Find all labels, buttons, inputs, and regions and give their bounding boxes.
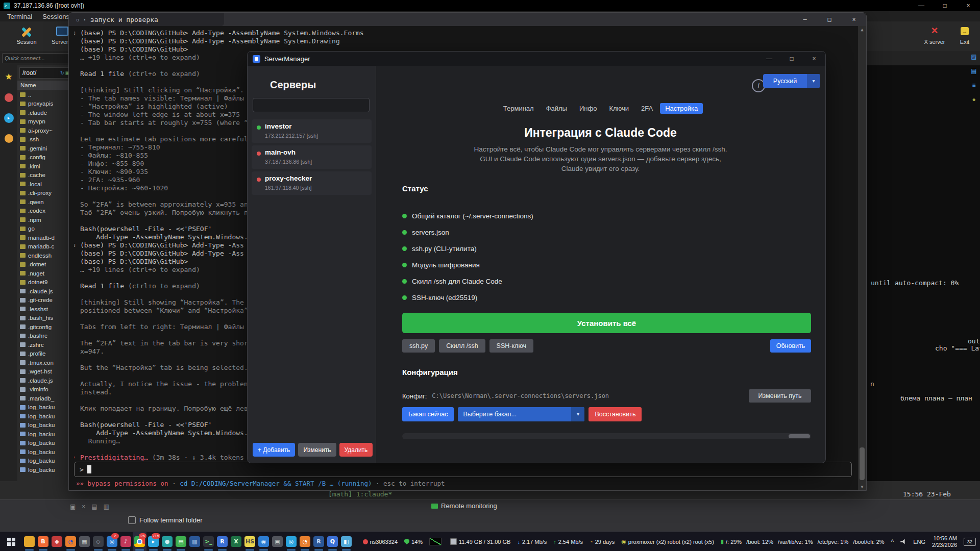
scroll-down-icon[interactable]: ▼	[858, 484, 866, 489]
telegram-icon[interactable]: ▸	[4, 113, 14, 123]
path-refresh-icon[interactable]: ↻	[59, 68, 65, 78]
scrollbar-thumb[interactable]	[860, 447, 865, 480]
tray-item[interactable]	[429, 538, 444, 545]
right-tool-icon[interactable]: ▨	[971, 53, 976, 60]
file-item[interactable]: .local	[17, 180, 74, 189]
file-item[interactable]: .viminfo	[17, 385, 74, 394]
scrollbar-thumb[interactable]	[789, 434, 810, 438]
tray-expand-chevron[interactable]: ^	[891, 538, 894, 545]
taskbar-app[interactable]: ◉	[257, 532, 271, 551]
file-item[interactable]: log_backu	[17, 430, 74, 439]
tray-item[interactable]: 11.49 GB / 31.00 GB	[450, 538, 510, 545]
file-item[interactable]: .zshrc	[17, 340, 74, 349]
file-item[interactable]: .codex	[17, 207, 74, 216]
checkbox-icon[interactable]	[128, 516, 136, 524]
close-button[interactable]: ×	[957, 0, 980, 11]
backup-select[interactable]: Выберите бэкап... ▾	[458, 407, 584, 421]
close-button[interactable]: ×	[803, 52, 825, 66]
component-install-button[interactable]: SSH-ключ	[489, 339, 533, 353]
taskbar-app[interactable]: ◎ 2	[105, 532, 119, 551]
server-search-input[interactable]	[253, 98, 370, 112]
follow-terminal-folder[interactable]: Follow terminal folder	[128, 516, 203, 524]
taskbar-app[interactable]: B	[36, 532, 50, 551]
remote-monitoring-button[interactable]: Remote monitoring	[431, 502, 497, 510]
install-all-button[interactable]: Установить всё	[402, 313, 811, 333]
taskbar-app[interactable]: Q	[326, 532, 339, 551]
file-item[interactable]: .mariadb_	[17, 394, 74, 403]
menu-item[interactable]: Terminal	[2, 12, 37, 21]
add-server-button[interactable]: + Добавить	[253, 443, 295, 457]
start-button[interactable]	[0, 532, 22, 551]
file-item[interactable]: log_backu	[17, 447, 74, 457]
file-item[interactable]: .claude	[17, 108, 74, 117]
bottom-bar-icon[interactable]: ▣	[70, 503, 76, 510]
file-item[interactable]: log_backu	[17, 439, 74, 448]
file-item[interactable]: .bashrc	[17, 332, 74, 341]
file-item[interactable]: .gitconfig	[17, 322, 74, 332]
claude-prompt-input[interactable]: >	[74, 462, 852, 477]
horizontal-scrollbar[interactable]	[402, 433, 811, 439]
file-item[interactable]: .dotnet	[17, 260, 74, 269]
tray-item[interactable]: ◔ 29 days	[590, 539, 615, 545]
scroll-up-icon[interactable]: ▲	[858, 27, 866, 32]
tray-item[interactable]: ns3063324	[363, 539, 398, 545]
tray-item[interactable]: 14%	[404, 539, 423, 545]
file-item[interactable]: .tmux.con	[17, 358, 74, 367]
taskbar-app[interactable]: ◧	[339, 532, 353, 551]
file-item[interactable]: .cli-proxy	[17, 189, 74, 198]
keyboard-language[interactable]: ENG	[913, 539, 925, 545]
taskbar-app[interactable]: ▤	[174, 532, 188, 551]
file-item[interactable]: .config	[17, 153, 74, 162]
file-item[interactable]: log_backu	[17, 465, 74, 474]
file-item[interactable]: .npm	[17, 215, 74, 224]
maximize-button[interactable]: □	[933, 0, 957, 11]
taskbar-app[interactable]: ◎	[284, 532, 298, 551]
sessions-tool-icon[interactable]	[5, 93, 13, 102]
taskbar-app[interactable]: HS	[243, 532, 257, 551]
file-item[interactable]: .wget-hst	[17, 367, 74, 377]
file-item[interactable]: .kimi	[17, 162, 74, 171]
taskbar-app[interactable]: ▸ 715	[146, 532, 160, 551]
file-item[interactable]: ai-proxy~	[17, 126, 74, 135]
file-item[interactable]: myvpn	[17, 117, 74, 127]
bottom-bar-icon[interactable]: ▥	[104, 503, 109, 510]
minimize-button[interactable]: —	[758, 52, 780, 66]
tray-item[interactable]: ▮ /: 29% /boot: 12% /var/lib/vz: 1% /etc…	[721, 538, 885, 545]
maximize-button[interactable]: □	[817, 13, 842, 26]
file-column-header[interactable]: Name	[17, 81, 74, 90]
file-item[interactable]: .cache	[17, 171, 74, 180]
file-item[interactable]: .claude.js	[17, 376, 74, 385]
file-item[interactable]: .ssh	[17, 135, 74, 144]
taskbar-app[interactable]: ▣	[271, 532, 284, 551]
taskbar-app[interactable]: R	[215, 532, 229, 551]
notification-center-button[interactable]: 32	[964, 538, 976, 546]
server-list-item[interactable]: main-ovh 37.187.136.86 [ssh]	[252, 145, 372, 169]
taskbar-app[interactable]: ▦	[78, 532, 91, 551]
taskbar-app[interactable]: ●	[160, 532, 174, 551]
favorites-star-icon[interactable]: ★	[5, 71, 12, 82]
terminal-tab[interactable]: ▫ · запуск и проверка	[69, 13, 224, 26]
taskbar-clock[interactable]: 10:56 AM 2/23/2026	[932, 535, 957, 548]
close-button[interactable]: ×	[842, 13, 866, 26]
file-item[interactable]: .qwen	[17, 197, 74, 207]
exit-button[interactable]: → Exit	[953, 23, 976, 45]
tools-orb-icon[interactable]	[5, 134, 13, 143]
file-item[interactable]: go	[17, 224, 74, 234]
path-bar[interactable]: /root/ ↻ ▣	[19, 67, 71, 79]
right-tool-icon[interactable]: ▤	[971, 67, 976, 74]
bottom-bar-icon[interactable]: ×	[82, 503, 85, 510]
file-item[interactable]: .git-crede	[17, 296, 74, 305]
delete-server-button[interactable]: Удалить	[339, 443, 373, 457]
backup-now-button[interactable]: Бэкап сейчас	[402, 407, 454, 421]
x-server-button[interactable]: × X server	[919, 23, 950, 45]
file-item[interactable]: log_backu	[17, 457, 74, 466]
taskbar-app[interactable]: ▥	[188, 532, 202, 551]
right-tool-icon[interactable]: ●	[972, 96, 975, 103]
right-tool-icon[interactable]: ≡	[972, 82, 975, 89]
taskbar-app[interactable]: 26	[133, 532, 146, 551]
taskbar-app[interactable]: >_	[202, 532, 215, 551]
maximize-button[interactable]: □	[780, 52, 803, 66]
quick-connect-input[interactable]	[2, 53, 79, 63]
session-button[interactable]: Session	[12, 23, 41, 45]
file-item[interactable]: mariadb-d	[17, 233, 74, 242]
